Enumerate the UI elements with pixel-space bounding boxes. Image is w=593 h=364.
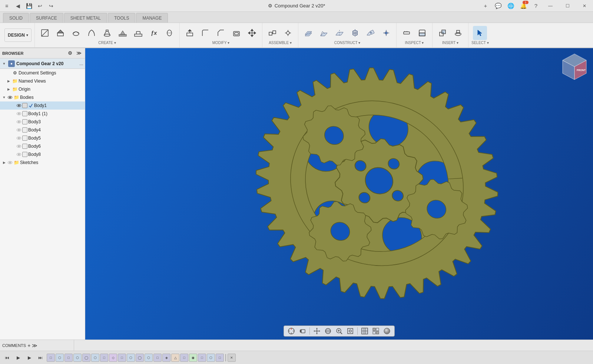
measure-button[interactable] [400, 26, 414, 40]
maximize-button[interactable]: ☐ [559, 0, 576, 12]
timeline-feature-12[interactable]: □ [153, 354, 162, 362]
eye-icon-body8[interactable] [16, 152, 21, 157]
eye-icon-body1-1[interactable] [16, 111, 21, 116]
eye-icon-body5[interactable] [16, 136, 21, 141]
timeline-feature-13[interactable]: ◈ [162, 354, 170, 362]
new-tab-button[interactable]: + [480, 1, 491, 11]
timeline-feature-7[interactable]: ◇ [109, 354, 117, 362]
doc-more-icon[interactable]: … [79, 61, 83, 66]
timeline-feature-1[interactable]: ⬡ [56, 354, 64, 362]
timeline-feature-20[interactable]: ✕ [228, 354, 236, 362]
timeline-skip-forward[interactable]: ⏭ [36, 353, 45, 363]
midplane-button[interactable] [332, 26, 347, 40]
app-menu-icon[interactable]: ≡ [1, 1, 12, 11]
hole-button[interactable] [162, 26, 176, 40]
zoom-button[interactable] [334, 327, 344, 335]
eye-icon-body1[interactable] [16, 103, 21, 108]
browser-collapse-icon[interactable]: ≫ [75, 50, 83, 57]
timeline-feature-10[interactable]: ◯ [136, 354, 144, 362]
body4-checkbox[interactable] [22, 127, 27, 133]
document-item[interactable]: ● Compound Gear 2 v20 … [0, 59, 85, 69]
tree-item-doc-settings[interactable]: ⚙ Document Settings [0, 69, 85, 77]
axis-two-planes-button[interactable] [364, 26, 378, 40]
timeline-feature-2[interactable]: □ [64, 354, 73, 362]
browser-settings-icon[interactable]: ⚙ [66, 50, 74, 57]
tab-manage[interactable]: MANAGE [136, 13, 168, 23]
close-button[interactable]: ✕ [576, 0, 593, 12]
section-analysis-button[interactable] [415, 26, 429, 40]
tree-item-bodies[interactable]: 📁 Bodies [0, 93, 85, 101]
timeline-feature-9[interactable]: ⬡ [127, 354, 135, 362]
eye-icon-body6[interactable] [16, 144, 21, 149]
timeline-feature-14[interactable]: △ [171, 354, 179, 362]
assemble-button[interactable] [265, 26, 279, 40]
select-button[interactable] [473, 26, 487, 40]
timeline-feature-5[interactable]: ⬡ [91, 354, 99, 362]
camera-button[interactable] [297, 327, 308, 335]
help-icon[interactable]: ? [531, 1, 541, 11]
redo-button[interactable]: ↪ [46, 1, 56, 11]
angle-plane-button[interactable] [317, 26, 331, 40]
timeline-feature-3[interactable]: ⬡ [73, 354, 82, 362]
tree-item-sketches[interactable]: 📁 Sketches [0, 158, 85, 167]
joint-origin-button[interactable] [281, 26, 295, 40]
tab-surface[interactable]: SURFACE [30, 13, 63, 23]
display-mode-button[interactable] [371, 327, 381, 335]
chamfer-button[interactable] [214, 26, 228, 40]
compass-button[interactable] [286, 327, 296, 335]
decal-button[interactable] [451, 26, 465, 40]
tree-item-body6[interactable]: Body6 [0, 142, 85, 150]
fx-button[interactable]: ƒx [147, 26, 161, 40]
visual-style-button[interactable] [382, 327, 392, 335]
minimize-button[interactable]: — [542, 0, 559, 12]
shell-button[interactable] [229, 26, 244, 40]
fillet-button[interactable] [198, 26, 212, 40]
sweep-button[interactable] [85, 26, 99, 40]
design-dropdown[interactable]: DESIGN ▾ [4, 29, 32, 42]
body5-checkbox[interactable] [22, 136, 27, 141]
timeline-feature-11[interactable]: ⬡ [145, 354, 153, 362]
tree-item-body5[interactable]: Body5 [0, 134, 85, 142]
timeline-play[interactable]: ▶ [24, 353, 34, 363]
new-sketch-button[interactable] [38, 26, 52, 40]
tab-tools[interactable]: TOOLS [108, 13, 135, 23]
undo-button[interactable]: ↩ [35, 1, 45, 11]
timeline-skip-back[interactable]: ⏮ [2, 353, 12, 363]
revolve-button[interactable] [69, 26, 83, 40]
timeline-feature-8[interactable]: □ [118, 354, 126, 362]
doc-arrow[interactable] [1, 61, 7, 66]
tree-item-origin[interactable]: 📁 Origin [0, 85, 85, 93]
body1-checkbox[interactable] [22, 103, 27, 108]
timeline-feature-19[interactable]: □ [216, 354, 224, 362]
eye-icon-body4[interactable] [16, 127, 21, 133]
tree-item-body1[interactable]: Body1 [0, 101, 85, 110]
add-comment-icon[interactable]: + [27, 343, 30, 348]
pan-button[interactable] [312, 327, 322, 335]
web-button[interactable] [131, 26, 145, 40]
tree-item-body3[interactable]: Body3 [0, 118, 85, 126]
offset-plane-button[interactable] [301, 26, 315, 40]
tree-item-body1-1[interactable]: Body1 (1) [0, 110, 85, 118]
comments-expand-icon[interactable]: ≫ [32, 343, 37, 348]
save-button[interactable]: 💾 [24, 1, 34, 11]
body3-checkbox[interactable] [22, 119, 27, 124]
named-views-arrow[interactable] [6, 79, 11, 84]
orbit-button[interactable] [323, 327, 333, 335]
body6-checkbox[interactable] [22, 144, 27, 149]
timeline-feature-4[interactable]: ◯ [82, 354, 90, 362]
press-pull-button[interactable] [183, 26, 197, 40]
eye-icon-bodies[interactable] [7, 95, 13, 100]
insert-derive-button[interactable] [435, 26, 450, 40]
origin-arrow[interactable] [6, 87, 11, 92]
point-button[interactable] [379, 26, 393, 40]
sketches-arrow[interactable] [1, 160, 7, 165]
eye-icon-body3[interactable] [16, 119, 21, 124]
bodies-arrow[interactable] [1, 95, 7, 100]
body1-1-checkbox[interactable] [22, 111, 27, 116]
grid-view-button[interactable] [360, 327, 370, 335]
move-button[interactable] [245, 26, 259, 40]
view-cube[interactable]: FRONT [560, 52, 589, 81]
chat-icon[interactable]: 💬 [493, 1, 503, 11]
timeline-feature-15[interactable]: □ [180, 354, 188, 362]
tree-item-body4[interactable]: Body4 [0, 126, 85, 134]
